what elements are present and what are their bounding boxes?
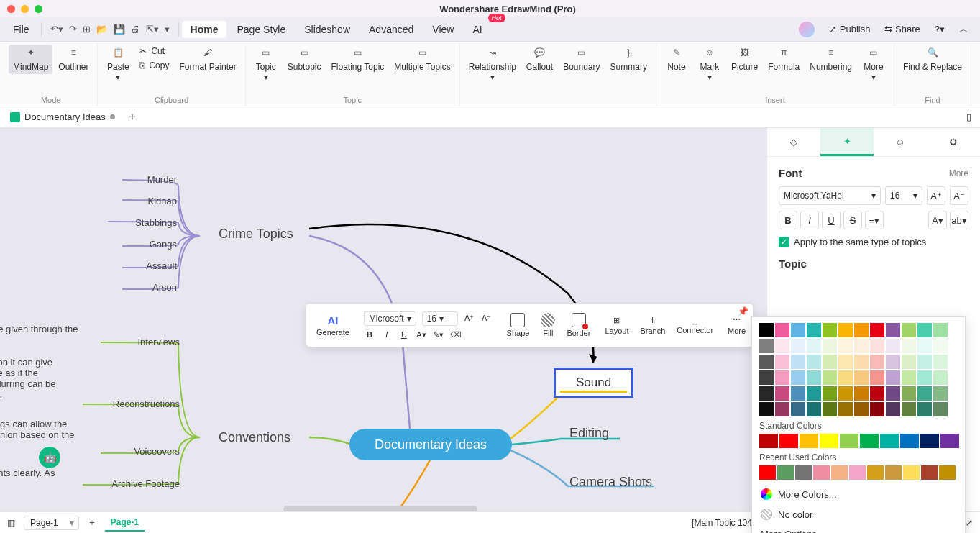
ai-chat-fab[interactable]: 🤖 (39, 447, 60, 468)
color-swatch[interactable] (886, 339, 900, 353)
color-swatch[interactable] (933, 402, 948, 416)
leaf-stabbings[interactable]: Stabbings (93, 217, 177, 228)
relationship-button[interactable]: ↝Relationship▾ (464, 45, 521, 84)
color-swatch[interactable] (886, 402, 900, 416)
font-color-panel-icon[interactable]: A▾ (928, 211, 947, 229)
border-button[interactable]: Border (562, 304, 595, 347)
font-more-link[interactable]: More (949, 168, 968, 178)
color-swatch[interactable] (900, 434, 919, 448)
leaf-interviews[interactable]: Interviews (86, 337, 180, 347)
selected-topic-sound[interactable]: Sound (554, 368, 633, 398)
color-swatch[interactable] (854, 323, 869, 337)
picture-button[interactable]: 🖼Picture (727, 45, 762, 74)
panel-tab-style[interactable]: ◇ (767, 128, 820, 156)
color-swatch[interactable] (885, 465, 902, 480)
color-swatch[interactable] (854, 370, 869, 385)
leaf-assault[interactable]: Assault (108, 260, 177, 271)
qat-more-icon[interactable]: ▾ (165, 24, 170, 35)
increase-font-icon[interactable]: A⁺ (464, 314, 475, 323)
ai-generate-button[interactable]: AI Generate (312, 304, 354, 347)
outline-view-icon[interactable]: ▥ (7, 518, 15, 528)
color-swatch[interactable] (870, 339, 884, 353)
redo-icon[interactable]: ↷ (69, 24, 77, 35)
callout-button[interactable]: 💬Callout (522, 45, 557, 74)
tab-slideshow[interactable]: Slideshow (296, 21, 359, 38)
color-swatch[interactable] (917, 386, 932, 401)
multiple-topics-button[interactable]: ▭Multiple Topics (390, 45, 454, 74)
color-swatch[interactable] (903, 465, 920, 480)
color-swatch[interactable] (759, 339, 774, 353)
color-swatch[interactable] (917, 355, 932, 369)
panel-tab-ai[interactable]: ✦ (820, 128, 874, 156)
bold-icon[interactable]: B (364, 330, 375, 339)
align-panel-icon[interactable]: ≡▾ (865, 211, 884, 229)
tab-view[interactable]: View (423, 21, 462, 38)
underline-icon[interactable]: U (398, 330, 410, 339)
print-icon[interactable]: 🖨 (131, 24, 140, 35)
color-swatch[interactable] (902, 386, 916, 401)
strikethrough-panel-icon[interactable]: S (843, 211, 862, 229)
bold-panel-icon[interactable]: B (779, 211, 797, 229)
shape-button[interactable]: Shape (503, 304, 534, 347)
color-swatch[interactable] (838, 386, 853, 401)
tab-page-style[interactable]: Page Style (228, 21, 294, 38)
font-size-select-panel[interactable]: 16▾ (885, 186, 922, 205)
color-swatch[interactable] (791, 370, 805, 385)
color-swatch[interactable] (775, 402, 789, 416)
color-swatch[interactable] (759, 370, 774, 385)
leaf-reconstructions[interactable]: Reconstructions (65, 398, 180, 409)
color-swatch[interactable] (917, 370, 932, 385)
color-swatch[interactable] (791, 402, 805, 416)
color-swatch[interactable] (838, 355, 853, 369)
color-swatch[interactable] (870, 323, 884, 337)
leaf-voiceovers[interactable]: Voiceovers (86, 446, 180, 457)
color-swatch[interactable] (775, 323, 789, 337)
color-swatch[interactable] (775, 339, 789, 353)
branch-editing[interactable]: Editing (569, 426, 609, 441)
leaf-arson[interactable]: Arson (108, 282, 177, 293)
decrease-font-icon[interactable]: A⁻ (481, 314, 493, 323)
color-swatch[interactable] (902, 355, 916, 369)
color-swatch[interactable] (886, 323, 900, 337)
color-swatch[interactable] (823, 402, 837, 416)
color-swatch[interactable] (820, 434, 838, 448)
tab-home[interactable]: Home (182, 21, 227, 38)
color-swatch[interactable] (838, 339, 853, 353)
color-swatch[interactable] (933, 370, 948, 385)
outliner-button[interactable]: ≡Outliner (54, 45, 93, 74)
color-swatch[interactable] (838, 323, 853, 337)
color-swatch[interactable] (807, 323, 821, 337)
fullscreen-icon[interactable]: ⤢ (966, 518, 973, 528)
panel-tab-icons[interactable]: ☺ (874, 128, 927, 156)
no-color-option[interactable]: No color (759, 504, 958, 524)
color-swatch[interactable] (917, 402, 932, 416)
numbering-button[interactable]: ≡Numbering (805, 45, 856, 74)
color-swatch[interactable] (831, 465, 848, 480)
add-page-button[interactable]: ＋ (88, 516, 96, 529)
color-swatch[interactable] (840, 434, 858, 448)
clear-format-icon[interactable]: ⌫ (450, 330, 462, 340)
user-avatar[interactable] (799, 22, 815, 37)
color-swatch[interactable] (823, 355, 837, 369)
color-swatch[interactable] (870, 402, 884, 416)
color-swatch[interactable] (870, 370, 884, 385)
open-icon[interactable]: 📂 (96, 24, 108, 35)
maximize-window-icon[interactable] (35, 5, 42, 13)
leaf-murder[interactable]: Murder (108, 174, 177, 185)
layout-button[interactable]: ⊞Layout (600, 304, 633, 347)
color-swatch[interactable] (933, 386, 948, 401)
color-swatch[interactable] (807, 355, 821, 369)
color-swatch[interactable] (917, 339, 932, 353)
color-swatch[interactable] (813, 465, 830, 480)
font-family-select-panel[interactable]: Microsoft YaHei▾ (779, 186, 881, 205)
format-painter-button[interactable]: 🖌Format Painter (175, 45, 240, 74)
color-swatch[interactable] (775, 370, 789, 385)
tab-advanced[interactable]: Advanced (360, 21, 422, 38)
topic-button[interactable]: ▭Topic▾ (250, 45, 282, 84)
document-tab[interactable]: Documentary Ideas (4, 109, 121, 125)
branch-crime-topics[interactable]: Crime Topics (219, 227, 293, 242)
horizontal-scrollbar[interactable] (283, 506, 477, 511)
canvas[interactable]: Crime Topics Murder Kidnap Stabbings Gan… (0, 128, 766, 511)
branch-conventions[interactable]: Conventions (219, 430, 290, 445)
color-swatch[interactable] (775, 355, 789, 369)
